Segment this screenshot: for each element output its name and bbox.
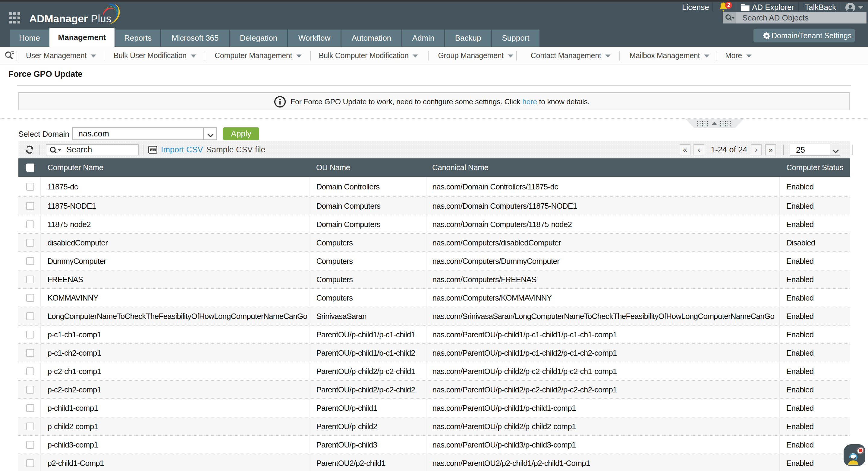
- svg-text:CSV: CSV: [151, 148, 155, 151]
